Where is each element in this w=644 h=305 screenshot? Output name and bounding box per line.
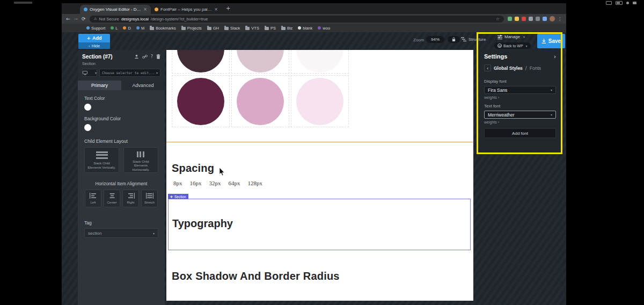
bookmark-item[interactable]: D [123,26,130,31]
bookmark-folder[interactable]: Bookmarks [150,26,176,31]
display-font-select[interactable]: Fira Sans ▾ [484,86,556,94]
bookmark-folder[interactable]: Projects [181,26,202,31]
bookmark-favicon [111,26,114,30]
bookmark-label: VTS [251,26,259,31]
close-icon[interactable]: × [214,7,218,12]
structure-button[interactable]: Structure [461,37,486,42]
box-shadow-heading[interactable]: Box Shadow And Border Radius [172,270,340,282]
folder-icon [224,27,229,30]
align-center-button[interactable]: Center [104,190,120,207]
folder-icon [181,27,186,30]
save-button[interactable]: Save [537,34,565,48]
chevron-right-icon[interactable]: › [554,54,556,60]
breadcrumb-back-button[interactable]: ‹ [484,64,491,71]
text-font-select[interactable]: Merriweather ▾ [484,111,556,119]
bookmark-folder[interactable]: PS [265,26,276,31]
swatch-cell[interactable] [172,50,230,74]
swatch-cell[interactable] [291,50,349,74]
help-icon[interactable]: ? [151,54,153,59]
url-path: /design-system/?ct_builder=true [151,17,208,21]
wordpress-icon: W [497,43,502,48]
reload-icon[interactable]: ⟳ [82,17,86,21]
back-to-wp-dropdown[interactable]: W Back to WP ▾ [494,42,531,49]
lock-button[interactable] [448,36,460,43]
typography-heading[interactable]: Typography [172,217,470,230]
swatch-cell[interactable] [291,75,349,127]
spacing-value[interactable]: 128px [248,180,263,186]
device-selector-dropdown[interactable]: ▾ [82,69,97,77]
page-canvas[interactable]: Spacing 8px 16px 32px 64px 128px Section… [166,50,473,301]
person-icon[interactable] [134,54,139,59]
extension-icon[interactable] [536,17,540,21]
swatch-cell[interactable] [231,75,289,127]
text-font-value: Merriweather [488,112,515,118]
extension-icon[interactable] [529,17,533,21]
stack-vertical-button[interactable]: Stack Child Elements Vertically. [84,147,119,173]
display-font-weights-link[interactable]: weights › [484,96,556,99]
new-tab-button[interactable]: + [226,6,230,11]
bookmark-folder[interactable]: Biz [281,26,292,31]
add-element-button[interactable]: + Add [78,34,110,42]
bookmark-label: Slack [230,26,240,31]
link-icon[interactable] [142,54,148,59]
back-icon[interactable]: ← [66,17,70,21]
add-font-button[interactable]: Add font [484,128,556,138]
tag-select[interactable]: section ▾ [84,228,158,238]
bookmark-star-icon[interactable]: ☆ [496,17,500,21]
align-right-icon [127,193,135,199]
bookmark-item[interactable]: Support [86,26,105,31]
element-type-label: Section [82,61,160,66]
bookmark-item[interactable]: blank [298,26,312,31]
text-font-weights-link[interactable]: weights › [484,120,556,124]
swatch-cell[interactable] [231,50,289,74]
align-stretch-button[interactable]: Stretch [141,190,158,207]
spacing-value[interactable]: 16px [190,180,202,186]
add-label: Add [92,35,102,41]
spacing-value[interactable]: 32px [209,180,221,186]
browser-window: Oxygen Visual Editor - Design × FontPair… [62,3,566,305]
wifi-icon [626,2,629,4]
tab-label: FontPair – Helps you pair Goo [160,7,212,12]
extension-icon[interactable] [508,17,512,21]
text-color-swatch[interactable] [84,104,91,111]
tab-fontpair[interactable]: FontPair – Helps you pair Goo × [151,5,222,14]
spacing-heading[interactable]: Spacing [172,162,214,175]
zoom-value[interactable]: 94% [426,36,444,43]
manage-dropdown[interactable]: Manage ▾ [497,34,525,39]
bookmark-label: D [128,26,130,31]
address-bar[interactable]: ⚠ Not Secure designsys.local/design-syst… [90,16,504,23]
spacing-value[interactable]: 64px [229,180,240,186]
trash-icon[interactable] [156,54,160,59]
align-right-button[interactable]: Right [122,190,139,207]
tab-primary[interactable]: Primary [78,81,121,90]
extension-icon[interactable] [543,17,547,21]
spacing-value[interactable]: 8px [173,180,182,186]
structure-icon [461,37,466,42]
stack-horizontal-button[interactable]: Stack Child Elements Horizontally. [123,147,158,173]
align-stretch-caption: Stretch [144,201,155,204]
bookmark-item[interactable]: L [111,26,118,31]
forward-icon[interactable]: → [74,17,78,21]
stack-horizontal-icon [137,151,145,157]
bookmark-folder[interactable]: VTS [245,26,259,31]
bookmark-item[interactable]: M [136,26,144,31]
bookmark-folder[interactable]: Slack [224,26,240,31]
extension-icon[interactable] [522,17,526,21]
bookmark-item[interactable]: woo [318,26,330,31]
background-color-swatch[interactable] [84,124,91,131]
bookmark-folder[interactable]: GH [207,26,219,31]
hide-panel-button[interactable]: ‹ Hide [78,42,110,49]
extension-icon[interactable] [515,17,519,21]
breadcrumb-parent[interactable]: Global Styles [494,66,523,71]
selected-section-outline[interactable]: Section Typography [168,199,471,250]
tab-oxygen-editor[interactable]: Oxygen Visual Editor - Design × [80,5,151,14]
selector-input[interactable]: Choose selector to edit... ▾ [99,69,160,77]
close-icon[interactable]: × [143,7,147,12]
swatch-cell[interactable] [172,75,230,127]
tab-advanced[interactable]: Advanced [121,81,165,90]
profile-avatar[interactable] [550,16,555,21]
browser-menu-icon[interactable]: ⋮ [558,17,562,21]
align-left-button[interactable]: Left [85,190,101,207]
extensions-row: ⋮ [508,16,562,21]
section-badge[interactable]: Section [168,194,188,199]
